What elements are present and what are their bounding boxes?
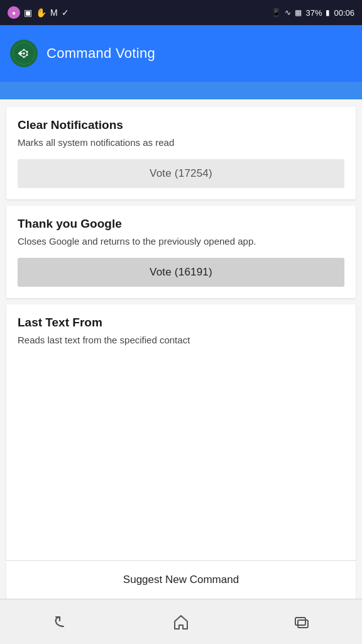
status-bar: ● ▣ ✋ M ✓ 📱 ∿ ▦ 37% ▮ 00:06 — [0, 0, 362, 25]
battery-percent: 37% — [305, 8, 322, 18]
svg-point-2 — [23, 52, 25, 54]
notification-icon-4: M — [50, 8, 58, 18]
vote-button-2[interactable]: Vote (16191) — [18, 258, 344, 287]
svg-rect-9 — [298, 620, 308, 628]
svg-point-4 — [23, 57, 25, 58]
command-card-thank-you-google: Thank you Google Closes Google and retur… — [6, 206, 356, 298]
command-name-2: Thank you Google — [18, 217, 344, 231]
wifi-icon: ∿ — [285, 8, 291, 17]
content-area: Clear Notifications Marks all system not… — [0, 99, 362, 599]
command-name-1: Clear Notifications — [18, 118, 344, 132]
svg-marker-7 — [175, 616, 187, 629]
status-icons-left: ● ▣ ✋ M ✓ — [8, 6, 69, 19]
command-card-clear-notifications: Clear Notifications Marks all system not… — [6, 107, 356, 199]
suggest-label: Suggest New Command — [123, 574, 239, 586]
app-title: Command Voting — [47, 45, 155, 62]
notification-icon-3: ✋ — [36, 8, 47, 18]
notification-icon-1: ● — [8, 6, 20, 19]
app-bar: Command Voting — [0, 25, 362, 82]
nav-back-button[interactable] — [41, 607, 79, 637]
suggest-row[interactable]: Suggest New Command — [6, 561, 356, 599]
app-icon — [10, 40, 38, 67]
status-icons-right: 📱 ∿ ▦ 37% ▮ 00:06 — [272, 8, 354, 18]
signal-icon: ▦ — [295, 8, 302, 17]
battery-icon: ▮ — [326, 8, 330, 17]
notification-icon-5: ✓ — [62, 8, 69, 18]
nav-recents-button[interactable] — [283, 607, 321, 637]
phone-icon: 📱 — [272, 8, 281, 17]
command-card-last-text-from: Last Text From Reads last text from the … — [6, 304, 356, 560]
notification-icon-2: ▣ — [24, 8, 32, 18]
command-desc-2: Closes Google and returns to the previou… — [18, 235, 344, 248]
command-name-3: Last Text From — [18, 316, 344, 330]
svg-point-6 — [26, 54, 28, 56]
command-desc-3: Reads last text from the specified conta… — [18, 333, 344, 347]
svg-rect-8 — [295, 618, 305, 625]
sub-header — [0, 82, 362, 99]
svg-point-5 — [26, 51, 28, 53]
svg-point-3 — [23, 49, 25, 51]
clock: 00:06 — [334, 8, 354, 18]
command-desc-1: Marks all system notifications as read — [18, 136, 344, 149]
bottom-nav — [0, 599, 362, 644]
vote-button-1[interactable]: Vote (17254) — [18, 159, 344, 188]
nav-home-button[interactable] — [162, 607, 200, 637]
